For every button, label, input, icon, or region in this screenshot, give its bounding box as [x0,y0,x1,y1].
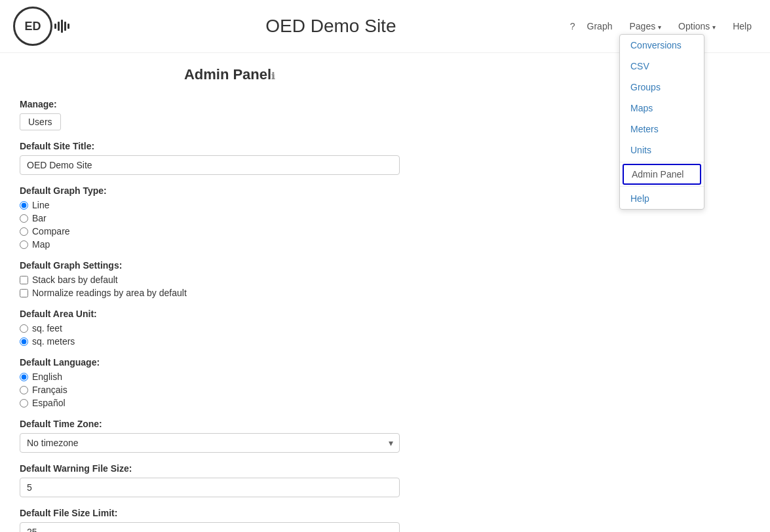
radio-line: Line [20,200,439,210]
logo-circle: ED [13,7,52,46]
nav-graph[interactable]: Graph [582,18,618,34]
graph-type-group: Default Graph Type: Line Bar Compare Map [20,185,439,250]
radio-french-label[interactable]: Français [32,385,67,395]
nav-options[interactable]: Options ▾ [673,18,721,34]
radio-map-label[interactable]: Map [32,239,50,250]
dropdown-help[interactable]: Help [620,188,704,209]
options-caret: ▾ [712,24,716,31]
language-label: Default Language: [20,357,439,368]
users-button[interactable]: Users [20,113,61,130]
dropdown-units[interactable]: Units [620,140,704,161]
warning-file-size-label: Default Warning File Size: [20,463,439,474]
page-title: Admin Panel [184,66,271,83]
file-size-limit-group: Default File Size Limit: [20,508,439,532]
radio-map-input[interactable] [20,240,28,249]
help-icon[interactable]: ? [570,21,575,31]
dropdown-divider [620,162,704,162]
radio-french-input[interactable] [20,386,28,394]
dropdown-meters[interactable]: Meters [620,119,704,140]
radio-map: Map [20,239,439,250]
radio-sq-feet: sq. feet [20,323,439,333]
radio-spanish-input[interactable] [20,399,28,408]
file-size-limit-label: Default File Size Limit: [20,508,439,518]
site-title: OED Demo Site [92,16,570,37]
warning-file-size-group: Default Warning File Size: [20,463,439,497]
stack-bars-label[interactable]: Stack bars by default [32,275,118,285]
timezone-group: Default Time Zone: No timezone ▾ [20,419,439,453]
area-unit-group: Default Area Unit: sq. feet sq. meters [20,309,439,347]
language-group: Default Language: English Français Españ… [20,357,439,408]
manage-label: Manage: [20,99,439,109]
dropdown-conversions[interactable]: Conversions [620,35,704,56]
logo-text: ED [24,20,41,33]
pages-dropdown: Conversions CSV Groups Maps Meters Units… [619,34,704,210]
radio-spanish: Español [20,398,439,408]
dropdown-divider-2 [620,186,704,187]
timezone-select[interactable]: No timezone [20,433,400,453]
timezone-select-wrapper: No timezone ▾ [20,433,400,453]
nav-pages[interactable]: Pages ▾ [624,18,666,34]
radio-english: English [20,371,439,382]
main-content: Admin Panelℹ Manage: Users Default Site … [0,53,459,532]
graph-settings-group: Default Graph Settings: Stack bars by de… [20,260,439,298]
radio-line-label[interactable]: Line [32,200,49,210]
radio-line-input[interactable] [20,201,28,210]
dropdown-maps[interactable]: Maps [620,98,704,119]
manage-section: Manage: Users [20,99,439,130]
radio-compare: Compare [20,226,439,237]
checkbox-normalize: Normalize readings by area by default [20,288,439,298]
page-title-container: Admin Panelℹ [20,66,439,83]
radio-sq-meters-label[interactable]: sq. meters [32,336,75,347]
radio-compare-input[interactable] [20,227,28,236]
graph-settings-label: Default Graph Settings: [20,260,439,271]
radio-compare-label[interactable]: Compare [32,226,70,237]
dropdown-csv[interactable]: CSV [620,56,704,77]
file-size-limit-input[interactable] [20,522,400,532]
site-title-group: Default Site Title: [20,141,439,175]
graph-type-label: Default Graph Type: [20,185,439,196]
site-title-input[interactable] [20,155,400,175]
radio-french: Français [20,385,439,395]
logo-waves [54,19,70,33]
radio-spanish-label[interactable]: Español [32,398,66,408]
radio-english-label[interactable]: English [32,371,62,382]
dropdown-admin-panel[interactable]: Admin Panel [623,164,701,185]
radio-sq-meters: sq. meters [20,336,439,347]
nav: ? Graph Pages ▾ Options ▾ Help Conversio… [570,18,757,34]
site-title-label: Default Site Title: [20,141,439,151]
radio-english-input[interactable] [20,373,28,381]
page-info-icon[interactable]: ℹ [271,71,275,81]
radio-sq-meters-input[interactable] [20,337,28,346]
area-unit-label: Default Area Unit: [20,309,439,319]
normalize-label[interactable]: Normalize readings by area by default [32,288,187,298]
pages-caret: ▾ [658,24,661,31]
nav-help[interactable]: Help [727,18,757,34]
radio-bar-input[interactable] [20,214,28,223]
normalize-checkbox[interactable] [20,289,28,297]
dropdown-groups[interactable]: Groups [620,77,704,98]
radio-bar-label[interactable]: Bar [32,213,47,223]
radio-sq-feet-input[interactable] [20,324,28,333]
warning-file-size-input[interactable] [20,478,400,497]
checkbox-stack-bars: Stack bars by default [20,275,439,285]
stack-bars-checkbox[interactable] [20,276,28,284]
radio-bar: Bar [20,213,439,223]
timezone-label: Default Time Zone: [20,419,439,429]
logo: ED [13,7,92,46]
header: ED OED Demo Site ? Graph Pages ▾ Options… [0,0,770,53]
radio-sq-feet-label[interactable]: sq. feet [32,323,62,333]
